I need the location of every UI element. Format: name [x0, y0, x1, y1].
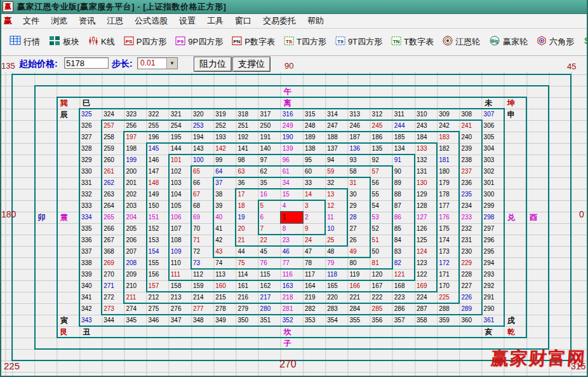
- grid-cell: 237: [459, 166, 481, 177]
- grid-cell: 85: [392, 223, 415, 235]
- grid-cell: 296: [482, 235, 504, 246]
- grid-cell: 94: [325, 154, 347, 166]
- grid-cell: 213: [169, 292, 191, 303]
- grid-cell: 4: [281, 200, 303, 212]
- grid-cell: 74: [213, 257, 236, 269]
- grid-cell: 233: [459, 212, 481, 223]
- toolbar-item-K线[interactable]: K线: [84, 33, 119, 51]
- grid-cell: 9: [303, 223, 325, 235]
- grid-cell: 125: [415, 235, 437, 246]
- grid-cell: 259: [102, 143, 124, 154]
- grid-cell: 302: [482, 166, 504, 177]
- grid-cell: 57: [370, 166, 392, 177]
- toolbar-item-9P四方形[interactable]: P99P四方形: [171, 34, 227, 51]
- grid-cell: 30: [347, 189, 370, 200]
- grid-cell: 342: [79, 303, 102, 315]
- toolbar-item-T四方形[interactable]: TST四方形: [279, 34, 331, 51]
- grid-cell: 161: [236, 280, 258, 292]
- menu-item-江恩[interactable]: 江恩: [101, 14, 129, 28]
- grid-cell: 205: [124, 223, 146, 235]
- grid-cell: 299: [482, 200, 504, 212]
- grid-cell: 62: [258, 166, 281, 177]
- start-price-input[interactable]: [64, 57, 109, 69]
- menu-item-公式选股[interactable]: 公式选股: [129, 14, 173, 28]
- grid-cell: 168: [392, 280, 415, 292]
- grid-cell: 98: [236, 154, 258, 166]
- grid-cell: 280: [258, 303, 281, 315]
- grid-cell: 303: [482, 154, 504, 166]
- toolbar-item-P数字表[interactable]: PNP数字表: [227, 34, 279, 51]
- menu-item-交易委托[interactable]: 交易委托: [257, 14, 302, 28]
- grid-cell: 288: [437, 303, 459, 315]
- toolbar-item-行情[interactable]: 行情: [5, 33, 44, 51]
- grid-cell: 337: [79, 246, 102, 257]
- grid-cell: 272: [102, 292, 124, 303]
- menu-item-资讯[interactable]: 资讯: [73, 14, 101, 28]
- angle-label-0: 0: [579, 209, 584, 219]
- grid-cell: 320: [191, 109, 213, 120]
- grid-cell: 221: [347, 292, 370, 303]
- chevron-down-icon[interactable]: ▼: [166, 58, 177, 69]
- menu-item-窗口[interactable]: 窗口: [229, 14, 257, 28]
- toolbar: 行情板块K线PSP四方形P99P四方形PNP数字表TST四方形T99T四方形TN…: [0, 29, 588, 56]
- grid-cell: 301: [482, 177, 504, 189]
- grid-cell: 93: [347, 154, 370, 166]
- grid-cell: 200: [124, 166, 146, 177]
- toolbar-item-六角形[interactable]: 六角形: [532, 33, 578, 51]
- grid-cell: 170: [437, 280, 459, 292]
- grid-cell: 182: [437, 143, 459, 154]
- menu-item-文件[interactable]: 文件: [17, 14, 45, 28]
- grid-cell: 247: [325, 120, 347, 132]
- resistance-button[interactable]: 阻力位: [194, 57, 232, 72]
- support-button[interactable]: 支撑位: [232, 57, 271, 72]
- grid-cell: 319: [213, 109, 236, 120]
- grid-cell: 67: [191, 189, 213, 200]
- toolbar-item-T数字表[interactable]: TNT数字表: [387, 34, 438, 51]
- grid-cell: 133: [415, 143, 437, 154]
- toolbar-item-9T四方形[interactable]: T99T四方形: [331, 34, 387, 51]
- grid-cell: 162: [258, 280, 281, 292]
- toolbar-item-板块[interactable]: 板块: [44, 33, 84, 51]
- toolbar-item-P四方形[interactable]: PSP四方形: [119, 34, 171, 51]
- bagua-label-午: 午: [281, 86, 303, 97]
- angle-label-180: 180: [1, 209, 16, 219]
- grid-cell: 56: [370, 177, 392, 189]
- grid-cell: 275: [147, 303, 169, 315]
- grid-cell: 66: [191, 177, 213, 189]
- menu-item-设置[interactable]: 设置: [173, 14, 201, 28]
- toolbar-item-label: 江恩轮: [455, 36, 480, 48]
- menu-item-帮助[interactable]: 帮助: [302, 14, 330, 28]
- grid-cell: 33: [303, 177, 325, 189]
- grid-cell: 360: [459, 315, 481, 326]
- grid-cell: 199: [124, 154, 146, 166]
- grid-cell: 334: [79, 212, 102, 223]
- grid-cell: 2: [303, 212, 325, 223]
- t9-square-icon: T9: [335, 36, 345, 48]
- blocks-icon: [49, 36, 60, 48]
- grid-cell: 258: [102, 132, 124, 143]
- grid-cell: 42: [213, 235, 236, 246]
- menu-item-浏览[interactable]: 浏览: [45, 14, 73, 28]
- toolbar-item-赢家轮[interactable]: Big赢家轮: [484, 33, 532, 51]
- svg-text:TN: TN: [393, 38, 400, 44]
- grid-cell: 231: [459, 235, 481, 246]
- grid-cell: 40: [213, 212, 236, 223]
- grid-cell: 201: [124, 177, 146, 189]
- step-select[interactable]: 0.01 ▼: [137, 57, 178, 69]
- bagua-label-辰: 辰: [57, 109, 79, 120]
- grid-cell: 126: [415, 223, 437, 235]
- grid-cell: 211: [124, 292, 146, 303]
- grid-cell: 222: [370, 292, 392, 303]
- grid-cell: 187: [347, 132, 370, 143]
- grid-cell: 51: [370, 235, 392, 246]
- grid-cell: 245: [370, 120, 392, 132]
- grid-cell: 292: [482, 280, 504, 292]
- grid-cell: 256: [124, 120, 146, 132]
- grid-cell: 178: [437, 189, 459, 200]
- menu-item-工具[interactable]: 工具: [201, 14, 229, 28]
- grid-cell: 176: [437, 212, 459, 223]
- grid-cell: 230: [459, 246, 481, 257]
- grid-cell: 308: [459, 109, 481, 120]
- toolbar-item-江恩轮[interactable]: 江恩轮: [438, 33, 484, 51]
- grid-cell: 261: [102, 166, 124, 177]
